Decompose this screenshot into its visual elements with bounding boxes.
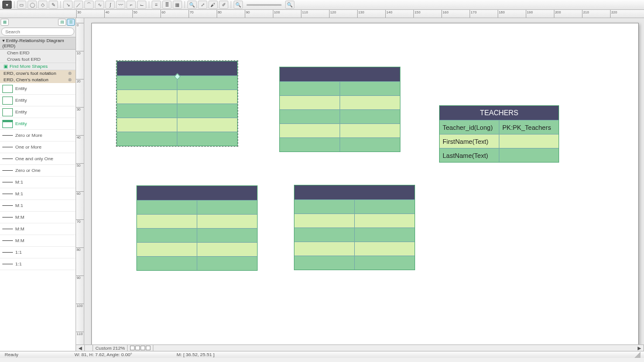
tool-rect[interactable]: ▭ xyxy=(17,1,26,9)
tool-align3[interactable]: ▦ xyxy=(173,1,182,9)
view-list-icon[interactable]: ☰ xyxy=(67,19,75,26)
shape-item[interactable]: Entity xyxy=(0,95,76,106)
resize-handle-icon[interactable] xyxy=(635,352,640,358)
shape-item[interactable]: M:1 xyxy=(0,177,76,188)
shape-thumb-icon xyxy=(2,108,13,116)
page-navigator[interactable] xyxy=(128,345,153,351)
tool-arc[interactable]: ⌒ xyxy=(84,1,94,9)
shape-label: One or More xyxy=(15,144,42,150)
shape-item[interactable]: Zero or One xyxy=(0,165,76,177)
tool-curve2[interactable]: ∫ xyxy=(105,1,115,9)
tool-zoomfit[interactable]: ⤢ xyxy=(198,1,207,9)
shape-label: M:1 xyxy=(15,203,23,208)
shape-item[interactable]: Entity xyxy=(0,106,76,118)
shape-item[interactable]: Entity xyxy=(0,83,76,95)
shape-label: M:M xyxy=(15,226,25,232)
tool-curve1[interactable]: ∿ xyxy=(95,1,104,9)
entity-cell[interactable] xyxy=(499,148,559,162)
sidebar-view-switch: ▦ ▤ ☰ xyxy=(0,18,76,26)
category-item[interactable]: Crows foot ERD xyxy=(0,56,76,63)
scroll-right-btn[interactable]: ▶ xyxy=(635,345,644,351)
tool-note[interactable]: ✎ xyxy=(49,1,58,9)
status-ready: Ready xyxy=(0,352,23,357)
view-grid-icon[interactable]: ▤ xyxy=(58,19,66,26)
entity-table[interactable] xyxy=(294,185,415,270)
find-more-shapes[interactable]: ▣ Find More Shapes xyxy=(0,63,76,70)
tool-zoom2[interactable]: 🔍 xyxy=(234,1,243,9)
category-item[interactable]: Chen ERD xyxy=(0,50,76,56)
entity-cell[interactable]: Teacher_id(Long) xyxy=(440,120,499,134)
shape-thumb-icon xyxy=(2,135,13,137)
shape-label: M:M xyxy=(15,238,25,243)
view-large-icon[interactable]: ▦ xyxy=(1,19,9,26)
shape-label: M:1 xyxy=(15,191,23,196)
shape-item[interactable]: One and only One xyxy=(0,153,76,165)
tool-circle[interactable]: ◯ xyxy=(28,1,37,9)
shape-item[interactable]: M:M xyxy=(0,223,76,235)
shape-label: Zero or More xyxy=(15,133,42,138)
shape-library-panel: ▦ ▤ ☰ ▾ Entity-Relationship Diagram (ERD… xyxy=(0,18,76,351)
shape-item[interactable]: Zero or More xyxy=(0,130,76,142)
library-tab-chen[interactable]: ERD, Chen's notation⊗ xyxy=(0,77,76,83)
shape-thumb-icon xyxy=(2,251,13,254)
tool-zoom3[interactable]: 🔍 xyxy=(285,1,294,9)
status-mouse: M: [ 36.52, 25.51 ] xyxy=(172,352,219,357)
shape-thumb-icon xyxy=(2,263,13,266)
tool-eyedrop[interactable]: ✐ xyxy=(219,1,228,9)
shape-item[interactable]: M:1 xyxy=(0,200,76,212)
entity-cell[interactable]: PK:PK_Teachers xyxy=(499,120,559,134)
shape-thumb-icon xyxy=(2,228,13,230)
tool-poly1[interactable]: ⌐ xyxy=(126,1,136,9)
tool-zoom[interactable]: 🔍 xyxy=(187,1,197,9)
shape-item[interactable]: M:1 xyxy=(0,188,76,200)
shape-thumb-icon xyxy=(2,85,13,93)
shape-thumb-icon xyxy=(2,240,13,242)
shape-label: Zero or One xyxy=(15,168,40,173)
shape-thumb-icon xyxy=(2,181,13,184)
tool-poly2[interactable]: ⌙ xyxy=(137,1,146,9)
shape-item[interactable]: M:M xyxy=(0,212,76,223)
shape-label: Entity xyxy=(15,86,27,91)
shape-label: Entity xyxy=(15,109,27,115)
canvas[interactable]: TEACHERSTeacher_id(Long)PK:PK_TeachersFi… xyxy=(84,18,644,344)
canvas-area: 0102030405060708090100110 TEACHERSTeache… xyxy=(76,18,644,351)
shape-thumb-icon xyxy=(2,205,13,207)
tool-connector[interactable]: ↘ xyxy=(63,1,73,9)
shape-label: One and only One xyxy=(15,156,53,161)
entity-table[interactable] xyxy=(117,61,238,146)
close-icon[interactable]: ⊗ xyxy=(68,71,72,76)
search-input[interactable] xyxy=(1,27,74,36)
entity-cell[interactable] xyxy=(499,134,559,148)
shape-label: M:M xyxy=(15,215,25,220)
zoom-label[interactable]: Custom 212% xyxy=(93,345,128,351)
tool-line[interactable]: ／ xyxy=(74,1,83,9)
tool-align2[interactable]: ≣ xyxy=(162,1,172,9)
main-toolbar: ▾ ▭ ◯ ◇ ✎ ↘ ／ ⌒ ∿ ∫ 〰 ⌐ ⌙ ≡ ≣ ▦ 🔍 ⤢ 🖌 ✐ … xyxy=(0,0,644,10)
entity-cell[interactable]: FirstName(Text) xyxy=(440,134,499,148)
tool-shapes[interactable]: ◇ xyxy=(38,1,47,9)
tool-paint[interactable]: 🖌 xyxy=(208,1,218,9)
shape-list: EntityEntityEntityEntityZero or MoreOne … xyxy=(0,83,76,351)
shape-item[interactable]: M:M xyxy=(0,235,76,247)
page[interactable]: TEACHERSTeacher_id(Long)PK:PK_TeachersFi… xyxy=(91,23,639,344)
entity-cell[interactable]: LastName(Text) xyxy=(440,148,499,162)
shape-thumb-icon xyxy=(2,193,13,195)
shape-item[interactable]: One or More xyxy=(0,142,76,153)
shape-item[interactable]: Entity xyxy=(0,118,76,130)
status-bar: Ready W: 81, H: 7.62, Angle: 0.00° M: [ … xyxy=(0,351,644,358)
scroll-left-btn[interactable]: ◀ xyxy=(76,345,85,351)
entity-table-teachers[interactable]: TEACHERSTeacher_id(Long)PK:PK_TeachersFi… xyxy=(439,105,559,163)
entity-table[interactable] xyxy=(136,185,258,271)
close-icon[interactable]: ⊗ xyxy=(68,77,72,82)
tool-align1[interactable]: ≡ xyxy=(152,1,161,9)
tool-free[interactable]: 〰 xyxy=(116,1,125,9)
library-tab-crowsfoot[interactable]: ERD, crow's foot notation⊗ xyxy=(0,70,76,77)
shape-label: Entity xyxy=(15,98,27,103)
shape-item[interactable]: 1:1 xyxy=(0,247,76,258)
entity-table[interactable] xyxy=(279,67,400,152)
zoom-slider[interactable] xyxy=(246,4,282,6)
shape-thumb-icon xyxy=(2,158,13,160)
menu-button[interactable]: ▾ xyxy=(2,1,12,9)
category-header[interactable]: ▾ Entity-Relationship Diagram (ERD) xyxy=(0,37,76,50)
shape-item[interactable]: 1:1 xyxy=(0,258,76,270)
